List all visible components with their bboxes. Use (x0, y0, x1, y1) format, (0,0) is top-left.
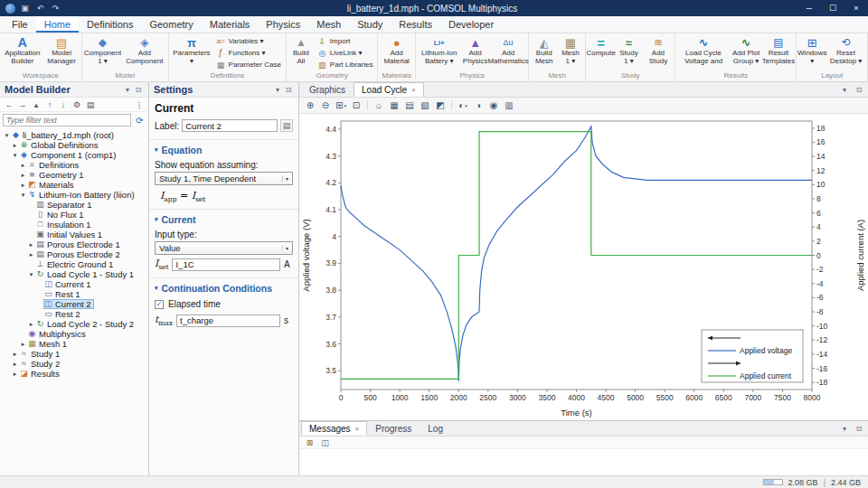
panel-menu-icon[interactable]: ▾ (839, 86, 850, 94)
mesh-1-button[interactable]: ▦Mesh 1 ▾ (558, 34, 583, 71)
toggle-expanded-icon[interactable]: ▾ (19, 192, 27, 199)
menu-tab-materials[interactable]: Materials (202, 16, 259, 33)
tree-item-insulation-1[interactable]: □Insulation 1 (0, 220, 148, 230)
tree-item-materials[interactable]: ▸◩Materials (0, 180, 148, 190)
move-down-icon[interactable]: ↓ (57, 99, 70, 110)
tree-item-load-cycle-2-study-2[interactable]: ▸↻Load Cycle 2 - Study 2 (0, 319, 148, 329)
print-icon[interactable]: ▥ (502, 99, 516, 112)
variables-button[interactable]: a=Variables ▾ (213, 35, 284, 47)
tree-item-current-1[interactable]: ◫Current 1 (0, 279, 148, 289)
toggle-collapsed-icon[interactable]: ▸ (19, 172, 27, 179)
menu-tab-physics[interactable]: Physics (258, 16, 308, 33)
scene-light-icon[interactable]: ◑ (471, 99, 486, 112)
parameters-button[interactable]: πParameters ▾ (171, 34, 212, 71)
tree-item-electric-ground-1[interactable]: ⊥Electric Ground 1 (0, 259, 148, 269)
windows-button[interactable]: ⊞Windows ▾ (798, 34, 826, 71)
zoom-extents-icon[interactable]: ⊡ (349, 99, 363, 112)
tree-item-current-2[interactable]: ◫Current 2 (0, 299, 148, 309)
load-cycle-voltage-and-c-button[interactable]: ∿Load Cycle Voltage and C... ▾ (677, 34, 729, 71)
menu-tab-definitions[interactable]: Definitions (79, 16, 141, 33)
build-mesh-button[interactable]: ◭Build Mesh (531, 34, 556, 71)
tree-forward-icon[interactable]: → (16, 99, 29, 110)
chart-canvas[interactable]: 0500100015002000250030003500400045005000… (299, 114, 868, 420)
panel-menu-icon[interactable]: ▾ (839, 425, 850, 433)
snapshot-icon[interactable]: ◉ (486, 99, 501, 112)
view-options-icon[interactable]: ▤ (84, 99, 97, 110)
zoom-box-icon[interactable]: ⊞▾ (334, 99, 348, 112)
float-panel-icon[interactable]: ⊡ (854, 86, 864, 94)
label-options-icon[interactable]: ▤ (280, 119, 293, 132)
tree-item-load-cycle-1-study-1[interactable]: ▾↻Load Cycle 1 - Study 1 (0, 269, 148, 279)
parameter-case-button[interactable]: ▦Parameter Case (213, 59, 284, 70)
livelink-button[interactable]: ◎LiveLink ▾ (315, 47, 376, 59)
toggle-collapsed-icon[interactable]: ▸ (19, 182, 27, 189)
zoom-in-icon[interactable]: ⊕ (303, 99, 317, 112)
graphics-tab-load-cycle[interactable]: Load Cycle× (354, 82, 424, 97)
toggle-expanded-icon[interactable]: ▾ (3, 132, 11, 139)
panel-menu-icon[interactable]: ▾ (122, 86, 133, 94)
tab-close-icon[interactable]: × (355, 425, 360, 433)
tree-item-results[interactable]: ▸◪Results (0, 369, 148, 379)
toggle-collapsed-icon[interactable]: ▸ (11, 142, 19, 149)
float-panel-icon[interactable]: ⊡ (854, 425, 864, 433)
close-button[interactable]: × (844, 0, 868, 16)
toggle-collapsed-icon[interactable]: ▸ (27, 321, 35, 328)
tree-item-porous-electrode-2[interactable]: ▸▤Porous Electrode 2 (0, 249, 148, 259)
more-options-icon[interactable]: ⋮ (133, 99, 146, 110)
elapsed-time-checkbox[interactable]: ✓ (155, 300, 164, 309)
add-study-button[interactable]: ≋Add Study (644, 34, 674, 71)
tree-item-study-2[interactable]: ▸≈Study 2 (0, 359, 148, 369)
tree-item-mesh-1[interactable]: ▸▦Mesh 1 (0, 339, 148, 349)
tree-filter-input[interactable] (3, 114, 131, 127)
messages-tab-messages[interactable]: Messages× (301, 421, 367, 436)
add-material-button[interactable]: ●Add Material (380, 34, 412, 71)
toggle-collapsed-icon[interactable]: ▸ (11, 361, 19, 368)
float-panel-icon[interactable]: ⊡ (133, 86, 144, 94)
import-button[interactable]: ⇩Import (315, 35, 376, 47)
tree-item-definitions[interactable]: ▸≡Definitions (0, 160, 148, 170)
tree-back-icon[interactable]: ← (3, 99, 15, 110)
graphics-tab-graphics[interactable]: Graphics (301, 82, 354, 97)
study-1-button[interactable]: ≈Study 1 ▾ (615, 34, 642, 71)
input-type-select[interactable]: Value ▾ (155, 241, 293, 255)
maximize-button[interactable]: ☐ (821, 0, 844, 16)
tree-item-rest-2[interactable]: ▭Rest 2 (0, 309, 148, 319)
tree-item-geometry-1[interactable]: ▸■Geometry 1 (0, 170, 148, 180)
show-grid-icon[interactable]: ▦ (387, 99, 401, 112)
minimize-button[interactable]: ─ (797, 0, 821, 16)
add-mathematics-button[interactable]: ΔuAdd Mathematics (490, 34, 527, 71)
tmax-input[interactable] (176, 314, 280, 327)
lithium-ion-battery-button[interactable]: Li+Lithium-Ion Battery ▾ (418, 34, 461, 71)
compute-button[interactable]: =Compute (588, 34, 614, 71)
tree-item-separator-1[interactable]: ▥Separator 1 (0, 200, 148, 210)
tree-item-no-flux-1[interactable]: ▯No Flux 1 (0, 210, 148, 220)
panel-menu-icon[interactable]: ▾ (272, 86, 283, 94)
menu-tab-developer[interactable]: Developer (440, 16, 502, 33)
tree-item-study-1[interactable]: ▸≈Study 1 (0, 349, 148, 359)
functions-button[interactable]: ƒFunctions ▾ (213, 47, 284, 59)
tab-close-icon[interactable]: × (411, 86, 416, 94)
toggle-collapsed-icon[interactable]: ▸ (11, 351, 19, 358)
add-component-button[interactable]: ◈Add Component ▾ (122, 34, 166, 71)
toggle-expanded-icon[interactable]: ▾ (27, 271, 35, 278)
toggle-collapsed-icon[interactable]: ▸ (11, 371, 19, 378)
toggle-expanded-icon[interactable]: ▾ (11, 152, 19, 159)
menu-tab-geometry[interactable]: Geometry (141, 16, 201, 33)
tree-item-rest-1[interactable]: ▭Rest 1 (0, 289, 148, 299)
model-manager-button[interactable]: ▤Model Manager (44, 34, 80, 71)
clear-log-icon[interactable]: ⊠ (304, 438, 316, 447)
show-axes-icon[interactable]: ▤ (402, 99, 417, 112)
toggle-collapsed-icon[interactable]: ▸ (27, 251, 35, 258)
collapse-all-icon[interactable]: ▴ (30, 99, 42, 110)
section-equation-header[interactable]: ▾ Equation (149, 139, 298, 157)
iset-input[interactable] (172, 258, 280, 271)
menu-tab-study[interactable]: Study (349, 16, 391, 33)
tree-item-li-battery-1d-mph-root[interactable]: ▾◆li_battery_1d.mph (root) (0, 130, 148, 140)
toggle-collapsed-icon[interactable]: ▸ (19, 162, 27, 169)
tree-item-global-definitions[interactable]: ▸⊕Global Definitions (0, 140, 148, 150)
menu-tab-mesh[interactable]: Mesh (308, 16, 349, 33)
tree-item-multiphysics[interactable]: ◉Multiphysics (0, 329, 148, 339)
component-1-button[interactable]: ◆Component 1 ▾ (84, 34, 122, 71)
part-libraries-button[interactable]: ▥Part Libraries (315, 59, 376, 70)
menu-tab-results[interactable]: Results (391, 16, 440, 33)
